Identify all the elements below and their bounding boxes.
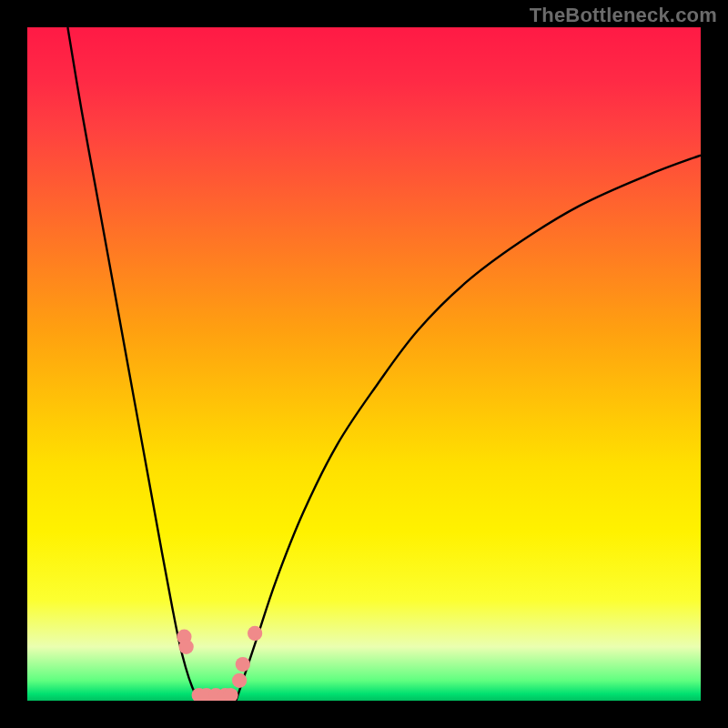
watermark-text: TheBottleneck.com [530,4,717,27]
scatter-point [179,640,194,654]
left-branch-curve [67,27,198,701]
plot-area [27,27,701,701]
scatter-points [177,626,262,701]
chart-overlay [27,27,701,701]
scatter-point [248,626,262,641]
chart-container: TheBottleneck.com [0,0,728,728]
scatter-point [232,673,247,688]
scatter-point [236,657,250,672]
curve-group [67,27,701,701]
right-branch-curve [236,156,701,701]
